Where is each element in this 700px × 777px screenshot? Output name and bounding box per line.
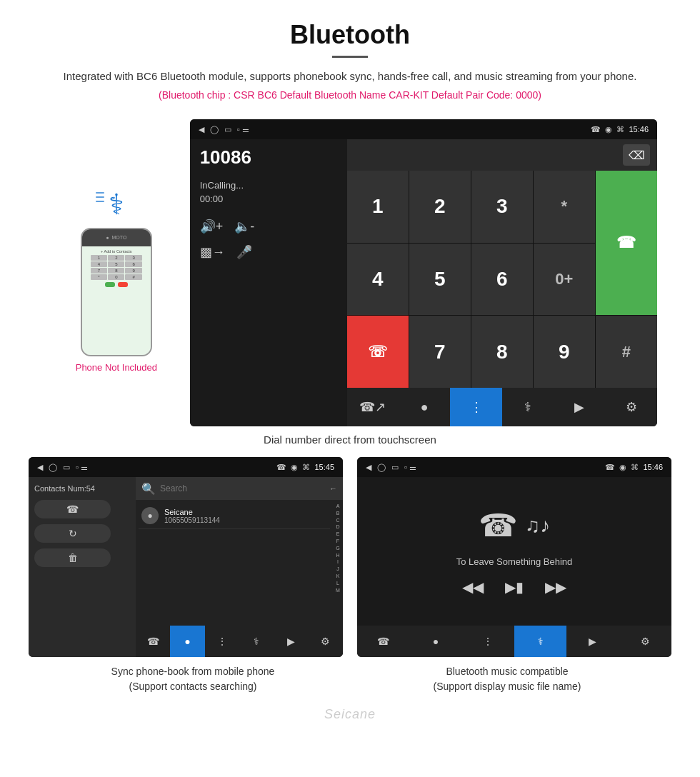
volume-down-icon[interactable]: 🔈- bbox=[234, 219, 254, 234]
wifi-icon-contacts: ⌘ bbox=[302, 463, 310, 472]
numpad-key-9[interactable]: 9 bbox=[534, 316, 595, 388]
music-caption: Bluetooth music compatible (Support disp… bbox=[357, 664, 657, 694]
music-note-icon: ♫♪ bbox=[525, 514, 550, 537]
nav-bluetooth-btn[interactable]: ⚕ bbox=[502, 388, 554, 426]
numpad-key-5[interactable]: 5 bbox=[409, 244, 471, 316]
music-controls: ◀◀ ▶▮ ▶▶ bbox=[462, 578, 566, 596]
dial-input-row: ⌫ bbox=[347, 139, 657, 171]
alpha-h: H bbox=[336, 552, 339, 559]
recents-icon-contacts: ▭ bbox=[63, 463, 70, 472]
wave-line-1 bbox=[96, 192, 104, 194]
call-action-btn[interactable]: ☎ bbox=[34, 500, 111, 518]
location-icon: ◉ bbox=[605, 125, 612, 134]
music-nav-dialpad[interactable]: ⋮ bbox=[462, 626, 514, 657]
numpad-end-button[interactable]: ☏ bbox=[347, 316, 409, 388]
music-body: ☎ ♫♪ To Leave Something Behind ◀◀ ▶▮ ▶▶ bbox=[357, 477, 671, 626]
phone-side: ⚕ ●MOTO + Add to Contacts 123 456 789 *0… bbox=[43, 119, 190, 426]
contact-item[interactable]: ● Seicane 10655059113144 bbox=[139, 503, 330, 529]
prev-track-button[interactable]: ◀◀ bbox=[462, 578, 484, 596]
contacts-screen-card: ◀ ◯ ▭ ▫ ⚌ ☎ ◉ ⌘ 15:45 Contacts Num:54 ☎ … bbox=[29, 457, 343, 657]
android-dial-screen: ◀ ◯ ▭ ▫ ⚌ ☎ ◉ ⌘ 15:46 10086 InCalling...… bbox=[190, 119, 657, 426]
nav-dialpad-btn[interactable]: ⋮ bbox=[450, 388, 501, 426]
phone-handset-icon: ☎ bbox=[479, 507, 518, 543]
dial-number: 10086 bbox=[200, 146, 337, 169]
contact-name: Seicane bbox=[164, 508, 327, 516]
alpha-b: B bbox=[336, 510, 340, 517]
alpha-m: M bbox=[336, 587, 340, 594]
numpad-key-7[interactable]: 7 bbox=[409, 316, 471, 388]
volume-up-icon[interactable]: 🔊+ bbox=[200, 219, 224, 234]
alpha-c: C bbox=[336, 517, 339, 524]
music-icon-area: ☎ ♫♪ bbox=[479, 507, 550, 543]
contacts-bottom-nav: ☎ ● ⋮ ⚕ ▶ ⚙ bbox=[136, 626, 343, 657]
backspace-icon-contacts[interactable]: ← bbox=[329, 484, 337, 493]
music-nav-calls[interactable]: ☎ bbox=[357, 626, 409, 657]
alpha-f: F bbox=[336, 538, 339, 545]
contacts-nav-phone[interactable]: ▶ bbox=[274, 626, 308, 657]
contacts-caption-line1: Sync phone-book from mobile phone bbox=[111, 666, 275, 677]
status-right: ☎ ◉ ⌘ 15:46 bbox=[591, 125, 649, 134]
phone-call-btn bbox=[105, 282, 115, 287]
header-specs: (Bluetooth chip : CSR BC6 Default Blueto… bbox=[43, 89, 657, 101]
music-caption-line1: Bluetooth music compatible bbox=[446, 666, 568, 677]
watermark: Seicane bbox=[0, 694, 700, 729]
microphone-icon[interactable]: 🎤 bbox=[236, 244, 252, 260]
music-nav-contacts[interactable]: ● bbox=[409, 626, 461, 657]
numpad-key-1[interactable]: 1 bbox=[347, 171, 409, 243]
numpad-key-2[interactable]: 2 bbox=[409, 171, 471, 243]
contact-avatar: ● bbox=[141, 507, 159, 524]
contacts-status-right: ☎ ◉ ⌘ 15:45 bbox=[276, 463, 334, 472]
bottom-nav-bar: ☎↗ ● ⋮ ⚕ ▶ ⚙ bbox=[347, 388, 657, 426]
notif-music: ▫ ⚌ bbox=[404, 463, 416, 472]
loc-icon-contacts: ◉ bbox=[291, 463, 298, 472]
nav-contacts-btn[interactable]: ● bbox=[399, 388, 450, 426]
phone-screen-label: + Add to Contacts bbox=[101, 249, 132, 254]
wifi-icon-music: ⌘ bbox=[631, 463, 639, 472]
numpad-key-8[interactable]: 8 bbox=[471, 316, 533, 388]
contacts-nav-contacts[interactable]: ● bbox=[170, 626, 204, 657]
nav-phone-btn[interactable]: ▶ bbox=[554, 388, 605, 426]
music-caption-line2: (Support display music file name) bbox=[434, 681, 581, 692]
dial-right-panel: ⌫ 1 2 3 * ☎ 4 5 6 0+ ☏ 7 8 9 # bbox=[347, 139, 657, 426]
alpha-a: A bbox=[336, 503, 340, 510]
dial-volume-row: 🔊+ 🔈- bbox=[200, 219, 337, 234]
phone-end-btn bbox=[118, 282, 128, 287]
play-pause-button[interactable]: ▶▮ bbox=[505, 578, 524, 596]
phone-top-bar: ●MOTO bbox=[82, 229, 151, 246]
numpad-key-0plus[interactable]: 0+ bbox=[534, 244, 595, 316]
contacts-nav-dialpad[interactable]: ⋮ bbox=[205, 626, 239, 657]
contacts-search-input[interactable] bbox=[160, 483, 325, 493]
numpad-key-6[interactable]: 6 bbox=[471, 244, 533, 316]
music-nav-phone[interactable]: ▶ bbox=[566, 626, 619, 657]
nav-settings-btn[interactable]: ⚙ bbox=[606, 388, 657, 426]
phone-call-buttons bbox=[105, 282, 128, 287]
backspace-button[interactable]: ⌫ bbox=[623, 144, 650, 166]
numpad-key-4[interactable]: 4 bbox=[347, 244, 409, 316]
nav-calls-btn[interactable]: ☎↗ bbox=[347, 388, 399, 426]
music-status-right: ☎ ◉ ⌘ 15:46 bbox=[605, 463, 663, 472]
next-track-button[interactable]: ▶▶ bbox=[545, 578, 566, 596]
music-nav-bt[interactable]: ⚕ bbox=[514, 626, 566, 657]
contact-info: Seicane 10655059113144 bbox=[164, 508, 327, 524]
contacts-body: Contacts Num:54 ☎ ↻ 🗑 🔍 ← ● bbox=[29, 477, 343, 657]
music-status-bar: ◀ ◯ ▭ ▫ ⚌ ☎ ◉ ⌘ 15:46 bbox=[357, 457, 671, 477]
numpad-key-hash[interactable]: # bbox=[596, 316, 657, 388]
sync-action-btn[interactable]: ↻ bbox=[34, 524, 111, 543]
call-status-icon: ☎ bbox=[591, 125, 601, 134]
page-header: Bluetooth Integrated with BC6 Bluetooth … bbox=[0, 0, 700, 112]
delete-action-btn[interactable]: 🗑 bbox=[34, 548, 111, 567]
contacts-left-panel: Contacts Num:54 ☎ ↻ 🗑 bbox=[29, 477, 136, 657]
alpha-g: G bbox=[336, 545, 339, 552]
numpad-call-button[interactable]: ☎ bbox=[596, 171, 657, 315]
dial-section: ⚕ ●MOTO + Add to Contacts 123 456 789 *0… bbox=[0, 119, 700, 426]
contacts-nav-settings[interactable]: ⚙ bbox=[309, 626, 343, 657]
phone-transfer-icon[interactable]: ▩→ bbox=[200, 244, 225, 260]
bluetooth-waves: ⚕ bbox=[109, 188, 124, 221]
numpad-key-star[interactable]: * bbox=[534, 171, 595, 243]
music-track-title: To Leave Something Behind bbox=[456, 556, 573, 567]
notification-icons: ▫ ⚌ bbox=[237, 125, 249, 134]
contacts-nav-bt[interactable]: ⚕ bbox=[239, 626, 274, 657]
numpad-key-3[interactable]: 3 bbox=[471, 171, 533, 243]
contacts-nav-calls[interactable]: ☎ bbox=[136, 626, 170, 657]
music-nav-settings[interactable]: ⚙ bbox=[619, 626, 671, 657]
